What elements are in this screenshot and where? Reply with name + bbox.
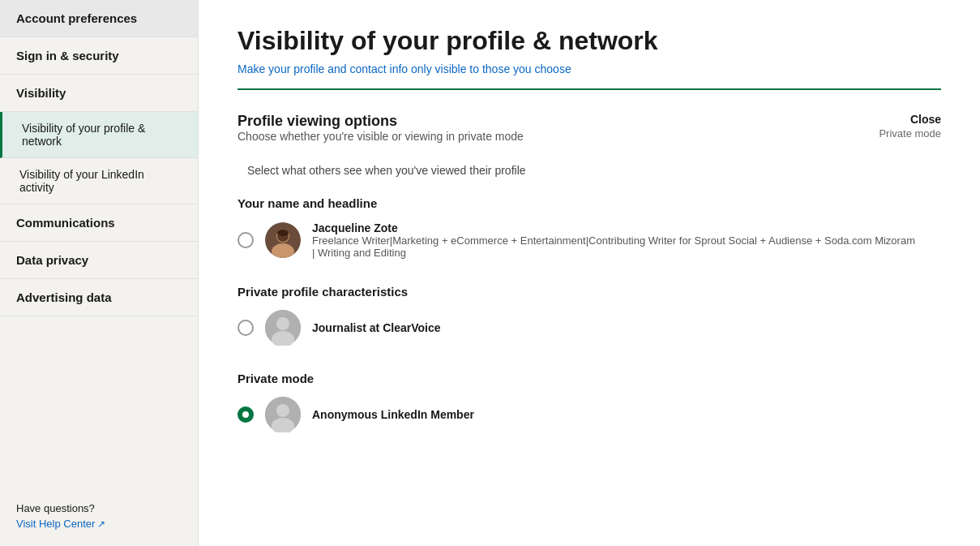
sidebar-item-advertising-data[interactable]: Advertising data: [0, 279, 198, 316]
sidebar-item-data-privacy[interactable]: Data privacy: [0, 242, 198, 279]
option-row-your-name[interactable]: Jacqueline Zote Freelance Writer|Marketi…: [238, 221, 941, 259]
group-label-private-mode: Private mode: [238, 372, 941, 385]
sidebar: Account preferences Sign in & security V…: [0, 0, 199, 546]
avatar-jacqueline: [265, 222, 301, 258]
sidebar-item-account-preferences[interactable]: Account preferences: [0, 0, 198, 37]
group-label-private-profile: Private profile characteristics: [238, 285, 941, 299]
option-label-private-profile: Journalist at ClearVoice: [312, 321, 440, 334]
option-group-private-profile: Private profile characteristics Journali…: [238, 285, 941, 346]
option-content-private-mode: Anonymous LinkedIn Member: [312, 408, 474, 421]
option-group-private-mode: Private mode Anonymous LinkedIn Member: [238, 372, 941, 432]
option-content-private-profile: Journalist at ClearVoice: [312, 321, 440, 334]
section-description: Choose whether you're visible or viewing…: [238, 130, 524, 143]
section-header: Profile viewing options Choose whether y…: [238, 113, 941, 159]
sidebar-item-visibility-profile-network[interactable]: Visibility of your profile & network: [0, 112, 198, 158]
select-description: Select what others see when you've viewe…: [247, 164, 941, 177]
svg-point-9: [276, 404, 289, 417]
page-title: Visibility of your profile & network: [238, 26, 941, 56]
page-subtitle: Make your profile and contact info only …: [238, 62, 941, 75]
radio-private-profile[interactable]: [238, 320, 254, 336]
section-divider: [238, 88, 941, 90]
radio-private-mode[interactable]: [238, 406, 254, 423]
option-sublabel-your-name: Freelance Writer|Marketing + eCommerce +…: [312, 234, 920, 259]
avatar-silhouette-journalist: [265, 310, 301, 346]
close-button[interactable]: Close Private mode: [879, 113, 941, 140]
option-row-private-mode[interactable]: Anonymous LinkedIn Member: [238, 397, 941, 432]
footer-question: Have questions?: [16, 502, 182, 514]
sidebar-item-communications[interactable]: Communications: [0, 204, 198, 242]
help-center-link[interactable]: Visit Help Center ↗: [16, 518, 182, 530]
avatar-silhouette-anonymous: [265, 397, 301, 432]
option-group-your-name: Your name and headline Jacqueline Zote F…: [238, 196, 941, 259]
group-label-your-name: Your name and headline: [238, 196, 941, 210]
section-title: Profile viewing options: [238, 113, 524, 130]
avatar-photo: [265, 222, 301, 258]
option-label-private-mode: Anonymous LinkedIn Member: [312, 408, 474, 421]
silhouette-icon: [265, 310, 301, 346]
external-link-icon: ↗: [97, 518, 105, 530]
sidebar-footer: Have questions? Visit Help Center ↗: [0, 486, 198, 546]
sidebar-item-sign-in-security[interactable]: Sign in & security: [0, 37, 198, 75]
svg-point-6: [276, 317, 289, 330]
section-title-group: Profile viewing options Choose whether y…: [238, 113, 524, 159]
option-content-your-name: Jacqueline Zote Freelance Writer|Marketi…: [312, 221, 920, 259]
svg-point-4: [277, 230, 289, 236]
silhouette-icon-anonymous: [265, 397, 301, 432]
main-content: Visibility of your profile & network Mak…: [199, 0, 980, 546]
radio-your-name[interactable]: [238, 232, 254, 248]
option-label-your-name: Jacqueline Zote: [312, 221, 920, 234]
option-row-private-profile[interactable]: Journalist at ClearVoice: [238, 310, 941, 346]
sidebar-item-visibility-linkedin-activity[interactable]: Visibility of your LinkedIn activity: [0, 158, 198, 204]
sidebar-item-visibility[interactable]: Visibility: [0, 75, 198, 112]
